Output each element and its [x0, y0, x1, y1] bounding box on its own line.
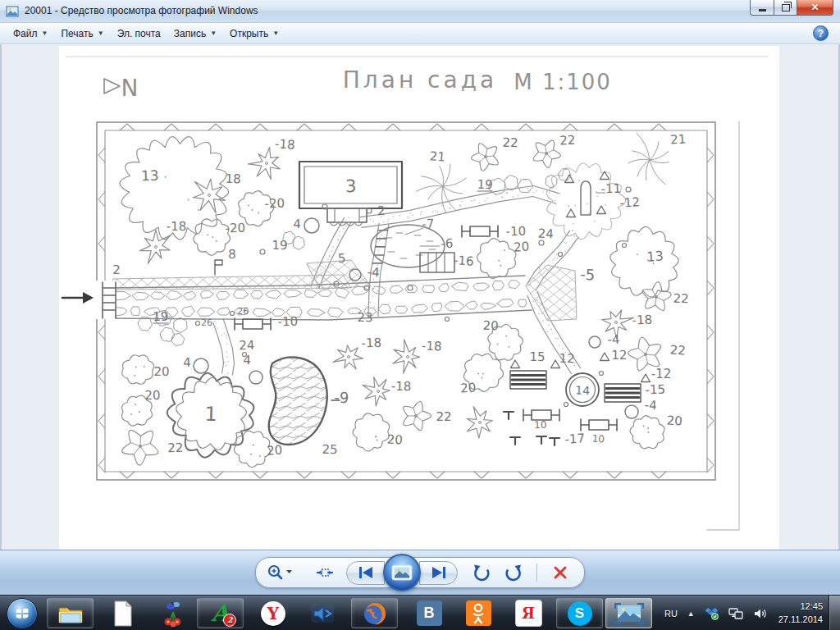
photo-viewer-window-icon: [6, 5, 19, 18]
close-icon: ✕: [810, 2, 819, 13]
svg-text:20: 20: [666, 413, 682, 429]
menu-item-label: Открыть: [230, 28, 268, 39]
svg-text:4: 4: [293, 217, 301, 231]
notification-badge: 2: [223, 614, 236, 627]
svg-text:-4: -4: [367, 265, 380, 281]
svg-text:20: 20: [460, 381, 477, 396]
volume-tray-icon[interactable]: [753, 607, 767, 620]
restore-button[interactable]: [774, 0, 797, 16]
svg-text:-12: -12: [619, 194, 641, 211]
window-title: 20001 - Средство просмотра фотографий Wi…: [25, 5, 258, 16]
taskbar-odnoklassniki[interactable]: [464, 598, 492, 628]
menu-bar: Файл▼Печать▼Эл. почтаЗапись▼Открыть▼: [0, 23, 840, 44]
volume-app-icon: [310, 601, 335, 626]
taskbar-yandex-browser[interactable]: Y: [259, 598, 287, 628]
svg-text:24: 24: [537, 226, 554, 242]
svg-text:-20: -20: [225, 221, 245, 236]
taskbar-explorer[interactable]: [47, 598, 94, 628]
next-button[interactable]: [419, 561, 458, 585]
svg-text:8: 8: [228, 247, 236, 262]
svg-text:20: 20: [144, 388, 160, 403]
start-button[interactable]: [5, 598, 39, 628]
menu-item-3[interactable]: Эл. почта: [117, 28, 161, 39]
skype-icon: S: [568, 601, 592, 626]
taskbar-clock[interactable]: 12:45 27.11.2014: [778, 600, 823, 627]
photo-canvas: NПлан садаМ 1:10013-1818-20-18-208192192…: [59, 46, 779, 550]
garden-plan-drawing: NПлан садаМ 1:10013-1818-20-18-208192192…: [59, 46, 779, 550]
rotate-ccw-button[interactable]: [464, 560, 499, 585]
svg-text:20: 20: [267, 442, 283, 458]
svg-text:20: 20: [514, 239, 530, 254]
svg-text:22: 22: [167, 441, 184, 456]
svg-text:20: 20: [482, 318, 499, 334]
taskbar-document[interactable]: [109, 598, 137, 628]
delete-button[interactable]: [546, 560, 574, 585]
viewer-bottom-bar: [0, 550, 840, 595]
title-bar: 20001 - Средство просмотра фотографий Wi…: [0, 0, 840, 23]
photo-viewer-thumb-icon: [614, 603, 644, 624]
rotate-cw-button[interactable]: [499, 560, 528, 585]
svg-text:-18: -18: [632, 313, 652, 328]
previous-button[interactable]: [346, 561, 385, 585]
svg-text:3: 3: [345, 176, 357, 196]
minimize-button[interactable]: [750, 0, 774, 16]
svg-text:-11: -11: [600, 181, 621, 197]
taskbar-firefox[interactable]: [351, 598, 398, 628]
explorer-folder-icon: [57, 602, 84, 625]
restore-icon: [782, 4, 790, 11]
toolbar-divider: [536, 564, 538, 582]
taskbar-yandex[interactable]: Я: [514, 598, 542, 628]
tray-expand-arrow-icon[interactable]: ▲: [687, 609, 695, 618]
svg-text:-18: -18: [391, 379, 412, 394]
svg-text:14: 14: [575, 384, 591, 398]
svg-text:2: 2: [377, 203, 386, 218]
svg-text:1: 1: [204, 403, 217, 426]
zoom-button[interactable]: [256, 560, 304, 585]
svg-text:10: 10: [591, 433, 605, 445]
taskbar-photo-viewer[interactable]: [605, 598, 652, 628]
language-indicator[interactable]: RU: [664, 609, 678, 619]
svg-text:19: 19: [153, 309, 169, 325]
menu-item-5[interactable]: Открыть▼: [230, 28, 279, 39]
dropbox-tray-icon[interactable]: [705, 606, 719, 620]
svg-text:23: 23: [357, 310, 372, 325]
taskbar-green-a[interactable]: A2: [197, 598, 244, 628]
menu-item-4[interactable]: Запись▼: [174, 28, 217, 39]
menu-item-label: Эл. почта: [117, 28, 161, 39]
actual-size-button[interactable]: [304, 560, 346, 585]
rotate-clockwise-icon: [504, 563, 523, 582]
svg-text:-18: -18: [167, 219, 187, 234]
svg-text:-18: -18: [361, 336, 381, 351]
svg-text:24: 24: [239, 338, 255, 354]
taskbar-flower[interactable]: [159, 598, 187, 628]
svg-text:-5: -5: [580, 266, 596, 284]
svg-text:-18: -18: [275, 136, 296, 153]
svg-text:25: 25: [322, 442, 337, 457]
help-button[interactable]: ?: [813, 25, 829, 41]
svg-text:10: 10: [534, 419, 547, 431]
menu-item-1[interactable]: Файл▼: [13, 28, 48, 39]
taskbar-volume-app[interactable]: [308, 598, 336, 628]
svg-text:5: 5: [338, 251, 346, 266]
menu-item-2[interactable]: Печать▼: [61, 28, 103, 39]
minimize-icon: [759, 9, 766, 11]
show-desktop-button[interactable]: [829, 596, 840, 630]
clock-date: 27.11.2014: [778, 614, 823, 624]
svg-text:-18: -18: [422, 338, 442, 354]
taskbar-vk[interactable]: В: [415, 598, 443, 628]
network-tray-icon[interactable]: [728, 607, 743, 620]
magnifier-plus-icon: [266, 564, 294, 582]
play-slideshow-button[interactable]: [383, 554, 421, 591]
svg-text:20: 20: [153, 364, 169, 379]
svg-text:13: 13: [141, 167, 159, 185]
menu-caret-icon: ▼: [272, 30, 279, 37]
svg-text:21: 21: [429, 148, 445, 164]
menu-item-label: Файл: [13, 28, 38, 39]
svg-text:12: 12: [611, 348, 627, 363]
svg-text:N: N: [121, 75, 139, 102]
close-button[interactable]: ✕: [797, 0, 833, 16]
rotate-counterclockwise-icon: [472, 563, 491, 582]
taskbar-skype[interactable]: S: [556, 598, 603, 628]
svg-text:20: 20: [386, 431, 403, 447]
svg-text:4: 4: [183, 355, 191, 370]
